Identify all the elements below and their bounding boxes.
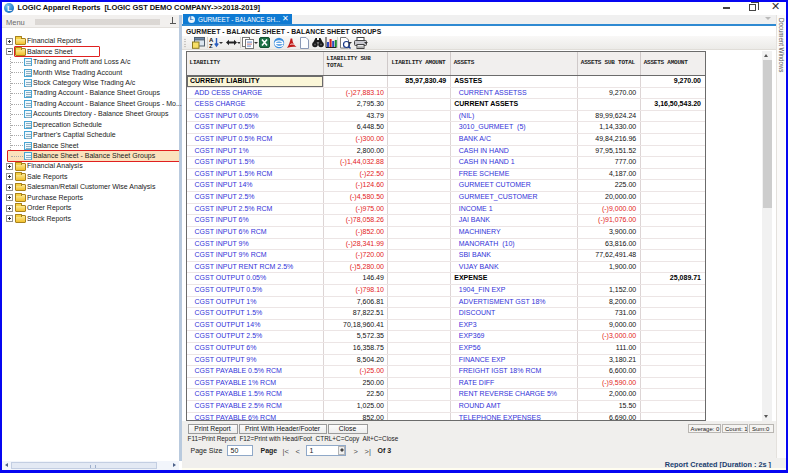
svg-text:Z: Z	[209, 43, 213, 49]
